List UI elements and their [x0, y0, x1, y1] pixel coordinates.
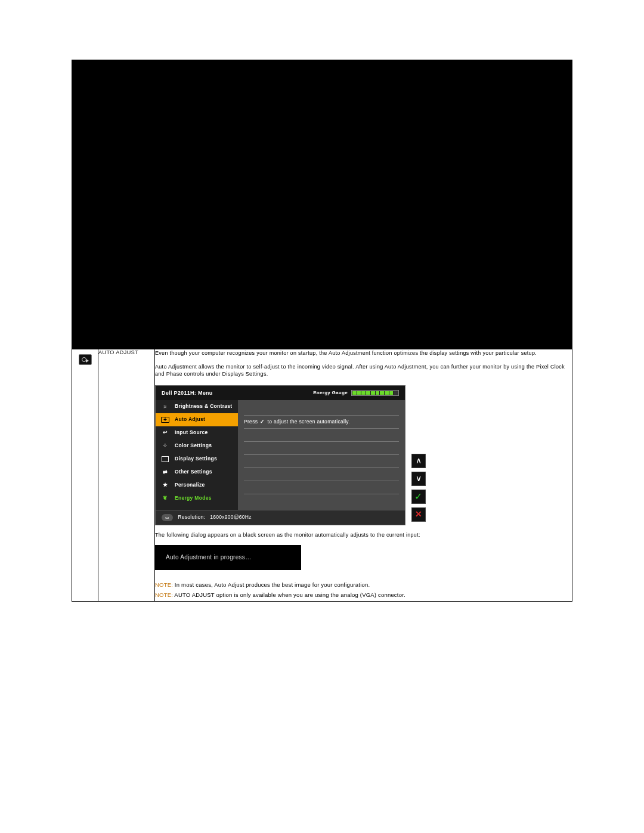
row-label: AUTO ADJUST [98, 349, 138, 355]
note-text: AUTO ADJUST option is only available whe… [173, 592, 405, 598]
description-paragraph-1: Even though your computer recognizes you… [155, 349, 572, 357]
osd-menu: Brightness & Contrast Auto Adjust Input … [156, 400, 238, 510]
input-source-icon [160, 429, 170, 436]
down-button[interactable]: ∨ [411, 472, 426, 486]
leaf-icon [160, 495, 170, 502]
other-settings-icon [160, 469, 170, 476]
osd-item-personalize[interactable]: Personalize [156, 479, 238, 492]
confirm-button[interactable]: ✓ [411, 490, 426, 504]
osd-item-input-source[interactable]: Input Source [156, 426, 238, 439]
brightness-icon [160, 403, 170, 410]
check-icon [260, 419, 265, 426]
check-icon: ✓ [414, 490, 422, 503]
osd-item-label: Brightness & Contrast [175, 403, 233, 410]
cancel-button[interactable]: ✕ [411, 507, 426, 522]
auto-adjust-icon [160, 417, 170, 423]
osd-footer: ▭ Resolution: 1600x900@60Hz [156, 510, 405, 525]
osd-item-other-settings[interactable]: Other Settings [156, 466, 238, 479]
up-button[interactable]: ∧ [411, 454, 426, 468]
chevron-down-icon: ∨ [416, 473, 422, 485]
table-row-auto-adjust: AUTO ADJUST Even though your computer re… [72, 349, 572, 602]
after-osd-text: The following dialog appears on a black … [155, 531, 572, 539]
osd-item-brightness[interactable]: Brightness & Contrast [156, 400, 238, 413]
star-icon [160, 482, 170, 489]
osd-item-label: Auto Adjust [175, 416, 205, 423]
note-2: NOTE: AUTO ADJUST option is only availab… [155, 591, 572, 599]
table-row-empty [72, 60, 572, 349]
osd-item-label: Other Settings [175, 469, 212, 476]
osd-item-display-settings[interactable]: Display Settings [156, 453, 238, 466]
osd-item-label: Input Source [175, 429, 208, 436]
osd-item-energy-modes[interactable]: Energy Modes [156, 492, 238, 505]
note-1: NOTE: In most cases, Auto Adjust produce… [155, 581, 572, 589]
osd-hint: Press to adjust the screen automatically… [244, 416, 399, 429]
note-text: In most cases, Auto Adjust produces the … [173, 581, 370, 588]
osd-panel: Dell P2011H: Menu Energy Gauge [155, 385, 405, 525]
osd-item-color-settings[interactable]: ⁘ Color Settings [156, 439, 238, 453]
note-label: NOTE: [155, 592, 173, 598]
description-paragraph-2: Auto Adjustment allows the monitor to se… [155, 363, 572, 378]
energy-gauge-label: Energy Gauge [313, 389, 348, 396]
osd-item-auto-adjust[interactable]: Auto Adjust [156, 413, 238, 426]
close-icon: ✕ [415, 509, 422, 521]
osd-item-label: Color Settings [175, 442, 212, 450]
display-settings-icon [160, 456, 170, 462]
resolution-label: Resolution: [178, 514, 205, 521]
chevron-up-icon: ∧ [416, 455, 422, 467]
osd-title: Dell P2011H: Menu [162, 389, 213, 397]
resolution-value: 1600x900@60Hz [210, 514, 252, 521]
energy-gauge [351, 390, 399, 396]
auto-adjust-dialog: Auto Adjustment in progress… [155, 545, 301, 570]
manual-table: AUTO ADJUST Even though your computer re… [72, 60, 572, 602]
note-label: NOTE: [155, 581, 173, 588]
dialog-text: Auto Adjustment in progress… [166, 554, 251, 561]
osd-item-label: Energy Modes [175, 495, 212, 502]
footer-badge-icon: ▭ [162, 514, 173, 521]
auto-adjust-icon [79, 354, 92, 365]
osd-item-label: Personalize [175, 482, 205, 489]
osd-item-label: Display Settings [175, 456, 217, 463]
osd-controls: ∧ ∨ ✓ ✕ [411, 454, 426, 522]
color-settings-icon: ⁘ [160, 442, 170, 450]
